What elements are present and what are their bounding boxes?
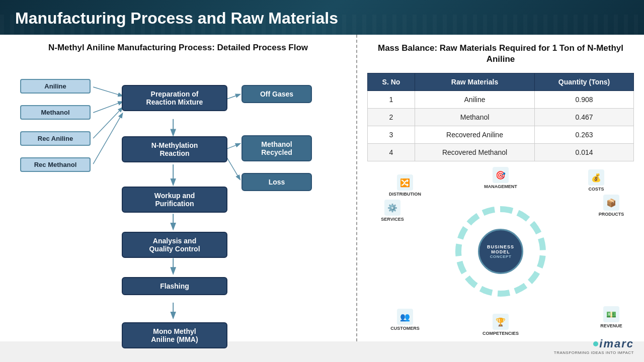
biz-item-distribution: 🔀 DISTRIBUTION xyxy=(387,174,423,197)
input-rec-aniline: Rec Aniline xyxy=(20,131,91,146)
svg-line-1 xyxy=(93,102,122,113)
side-methanol-recycled: MethanolRecycled xyxy=(242,135,312,161)
table-cell-material: Methanol xyxy=(415,109,534,126)
table-row: 3 Recovered Aniline 0.263 xyxy=(368,126,634,144)
table-row: 4 Recovered Methanol 0.014 xyxy=(368,144,634,161)
biz-icon-costs: 💰 xyxy=(588,169,604,186)
table-cell-sno: 2 xyxy=(368,109,415,126)
biz-center-line1: BUSINESS xyxy=(487,244,514,249)
table-cell-material: Recovered Methanol xyxy=(415,144,534,161)
process-analysis: Analysis andQuality Control xyxy=(122,232,227,258)
svg-line-11 xyxy=(226,156,239,179)
input-methanol: Methanol xyxy=(20,105,91,120)
main-content: N-Methyl Aniline Manufacturing Process: … xyxy=(0,35,644,341)
biz-center-line2: MODEL xyxy=(491,249,510,254)
table-cell-material: Aniline xyxy=(415,91,534,109)
biz-item-customers: 👥 CUSTOMERS xyxy=(387,309,423,331)
page-title: Manufacturing Process and Raw Materials xyxy=(15,9,629,28)
biz-center-line3: CONCEPT xyxy=(490,254,512,259)
side-loss: Loss xyxy=(242,173,312,191)
biz-icon-customers: 👥 xyxy=(397,309,413,325)
table-header-quantity: Quantity (Tons) xyxy=(535,73,634,91)
table-cell-quantity: 0.908 xyxy=(535,91,634,109)
process-mma: Mono MethylAniline (MMA) xyxy=(122,322,227,348)
biz-item-products: 📦 PRODUCTS xyxy=(594,195,629,217)
page-header: Manufacturing Process and Raw Materials xyxy=(0,0,644,35)
svg-line-3 xyxy=(93,114,122,164)
biz-icon-competencies: 🏆 xyxy=(493,314,509,330)
left-panel-title: N-Methyl Aniline Manufacturing Process: … xyxy=(10,43,346,53)
table-cell-quantity: 0.263 xyxy=(535,126,634,144)
biz-icon-management: 🎯 xyxy=(493,167,509,183)
biz-item-revenue: 💵 REVENUE xyxy=(594,306,629,328)
biz-item-management: 🎯 MANAGEMENT xyxy=(483,167,518,189)
svg-line-0 xyxy=(93,87,122,96)
side-off-gases: Off Gases xyxy=(242,85,312,103)
imarc-logo: imarc TRANSFORMING IDEAS INTO IMPACT xyxy=(554,337,634,355)
mass-balance-table: S. No Raw Materials Quantity (Tons) 1 An… xyxy=(367,73,634,161)
input-aniline: Aniline xyxy=(20,79,91,94)
table-cell-sno: 3 xyxy=(368,126,415,144)
process-flashing: Flashing xyxy=(122,277,227,295)
right-panel-title: Mass Balance: Raw Materials Required for… xyxy=(367,43,634,65)
flow-diagram: Aniline Methanol Rec Aniline Rec Methano… xyxy=(10,60,346,326)
biz-icon-revenue: 💵 xyxy=(603,306,619,322)
table-cell-sno: 4 xyxy=(368,144,415,161)
svg-line-10 xyxy=(226,144,239,149)
process-nmethylation: N-MethylationReaction xyxy=(122,136,227,162)
input-rec-methanol: Rec Methanol xyxy=(20,157,91,172)
biz-center: BUSINESS MODEL CONCEPT xyxy=(478,229,523,274)
left-panel: N-Methyl Aniline Manufacturing Process: … xyxy=(0,35,357,341)
table-header-sno: S. No xyxy=(368,73,415,91)
right-panel: Mass Balance: Raw Materials Required for… xyxy=(357,35,644,341)
imarc-dot xyxy=(593,341,598,346)
table-header-materials: Raw Materials xyxy=(415,73,534,91)
table-cell-quantity: 0.014 xyxy=(535,144,634,161)
biz-item-competencies: 🏆 COMPETENCIES xyxy=(483,314,518,336)
business-model-diagram: BUSINESS MODEL CONCEPT 🎯 MANAGEMENT 💰 CO… xyxy=(367,169,634,333)
table-cell-material: Recovered Aniline xyxy=(415,126,534,144)
table-row: 1 Aniline 0.908 xyxy=(368,91,634,109)
svg-line-2 xyxy=(93,108,122,138)
biz-icon-distribution: 🔀 xyxy=(397,174,413,191)
svg-line-9 xyxy=(226,95,239,100)
imarc-tagline: TRANSFORMING IDEAS INTO IMPACT xyxy=(554,350,634,355)
table-cell-quantity: 0.467 xyxy=(535,109,634,126)
biz-item-costs: 💰 COSTS xyxy=(579,169,614,192)
process-workup: Workup andPurification xyxy=(122,187,227,213)
biz-icon-services: ⚙️ xyxy=(384,200,400,216)
biz-icon-products: 📦 xyxy=(603,195,619,211)
table-cell-sno: 1 xyxy=(368,91,415,109)
table-row: 2 Methanol 0.467 xyxy=(368,109,634,126)
biz-item-services: ⚙️ SERVICES xyxy=(375,200,410,222)
imarc-name: imarc xyxy=(599,337,634,350)
process-preparation: Preparation ofReaction Mixture xyxy=(122,85,227,111)
